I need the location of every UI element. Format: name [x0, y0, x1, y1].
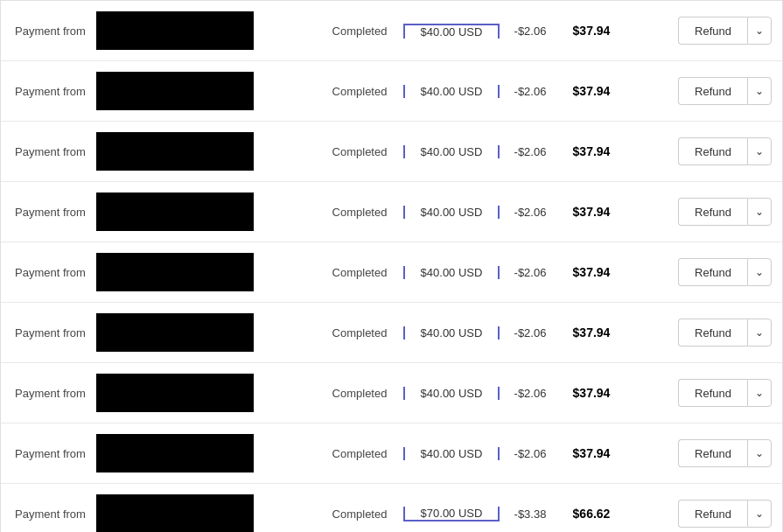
refund-button[interactable]: Refund	[678, 318, 747, 346]
fee-cell: -$2.06	[500, 387, 561, 400]
description-cell: Payment from	[1, 484, 316, 532]
fee-cell: -$2.06	[500, 85, 561, 98]
table-row: Payment from Completed $40.00 USD -$2.06…	[1, 363, 782, 424]
amount-cell: $40.00 USD	[403, 85, 500, 98]
payment-label: Payment from	[15, 508, 86, 521]
payment-label: Payment from	[15, 145, 86, 158]
net-cell: $37.94	[561, 446, 622, 460]
table-row: Payment from Completed $40.00 USD -$2.06…	[1, 182, 782, 242]
payment-label: Payment from	[15, 326, 86, 340]
description-cell: Payment from	[1, 363, 316, 423]
chevron-down-icon[interactable]: ⌄	[747, 258, 772, 286]
fee-cell: -$2.06	[500, 206, 561, 219]
fee-value: -$2.06	[514, 206, 547, 219]
refund-button[interactable]: Refund	[678, 379, 747, 407]
amount-cell: $40.00 USD	[403, 24, 500, 38]
description-cell: Payment from	[1, 122, 316, 181]
net-cell: $37.94	[561, 265, 622, 279]
net-cell: $37.94	[561, 144, 622, 158]
refund-button[interactable]: Refund	[678, 17, 747, 45]
net-value: $37.94	[573, 84, 611, 98]
fee-value: -$2.06	[514, 266, 547, 279]
amount-cell: $40.00 USD	[403, 387, 500, 400]
amount-cell: $40.00 USD	[403, 326, 500, 340]
amount-cell: $40.00 USD	[403, 145, 500, 158]
table-row: Payment from Completed $70.00 USD -$3.38…	[1, 484, 782, 532]
table-row: Payment from Completed $40.00 USD -$2.06…	[1, 303, 782, 363]
table-row: Payment from Completed $40.00 USD -$2.06…	[1, 122, 782, 182]
refund-button[interactable]: Refund	[678, 137, 747, 165]
status-cell: Completed	[316, 508, 403, 521]
action-cell: Refund ⌄	[622, 77, 782, 105]
chevron-down-icon[interactable]: ⌄	[747, 439, 772, 467]
action-cell: Refund ⌄	[622, 137, 782, 165]
redacted-info	[96, 434, 254, 472]
net-cell: $37.94	[561, 24, 622, 38]
status-cell: Completed	[316, 447, 403, 460]
amount-cell: $40.00 USD	[403, 266, 500, 279]
chevron-down-icon[interactable]: ⌄	[747, 379, 772, 407]
amount-cell: $70.00 USD	[403, 507, 500, 522]
fee-cell: -$2.06	[500, 326, 561, 340]
status-badge: Completed	[332, 508, 388, 521]
payment-label: Payment from	[15, 447, 86, 460]
refund-button[interactable]: Refund	[678, 439, 747, 467]
chevron-down-icon[interactable]: ⌄	[747, 77, 772, 105]
refund-button[interactable]: Refund	[678, 198, 747, 226]
refund-button[interactable]: Refund	[678, 258, 747, 286]
status-cell: Completed	[316, 387, 403, 400]
action-cell: Refund ⌄	[622, 379, 782, 407]
action-cell: Refund ⌄	[622, 318, 782, 346]
amount-value: $40.00 USD	[421, 326, 483, 340]
status-cell: Completed	[316, 206, 403, 219]
net-value: $37.94	[573, 446, 611, 460]
chevron-down-icon[interactable]: ⌄	[747, 198, 772, 226]
amount-value: $40.00 USD	[421, 145, 483, 158]
redacted-info	[96, 11, 254, 50]
action-cell: Refund ⌄	[622, 17, 782, 45]
redacted-info	[96, 313, 254, 352]
refund-button[interactable]: Refund	[678, 77, 747, 105]
amount-value: $40.00 USD	[421, 387, 483, 400]
amount-value: $70.00 USD	[421, 507, 483, 520]
description-cell: Payment from	[1, 182, 316, 242]
payment-label: Payment from	[15, 266, 86, 279]
status-badge: Completed	[332, 24, 388, 38]
net-value: $37.94	[573, 326, 611, 340]
status-badge: Completed	[332, 387, 388, 400]
fee-cell: -$3.38	[500, 508, 561, 521]
table-row: Payment from Completed $40.00 USD -$2.06…	[1, 61, 782, 122]
redacted-info	[96, 494, 254, 532]
status-badge: Completed	[332, 145, 388, 158]
payment-label: Payment from	[15, 387, 86, 400]
net-cell: $37.94	[561, 386, 622, 400]
amount-value: $40.00 USD	[421, 266, 483, 279]
redacted-info	[96, 132, 254, 171]
fee-value: -$2.06	[514, 24, 547, 38]
action-cell: Refund ⌄	[622, 439, 782, 467]
table-row: Payment from Completed $40.00 USD -$2.06…	[1, 1, 782, 61]
status-cell: Completed	[316, 24, 403, 38]
net-value: $37.94	[573, 205, 611, 219]
net-value: $37.94	[573, 24, 611, 38]
chevron-down-icon[interactable]: ⌄	[747, 500, 772, 528]
net-value: $37.94	[573, 265, 611, 279]
redacted-info	[96, 253, 254, 291]
net-value: $66.62	[573, 507, 611, 521]
action-cell: Refund ⌄	[622, 198, 782, 226]
fee-value: -$2.06	[514, 387, 547, 400]
chevron-down-icon[interactable]: ⌄	[747, 137, 772, 165]
chevron-down-icon[interactable]: ⌄	[747, 318, 772, 346]
chevron-down-icon[interactable]: ⌄	[747, 17, 772, 45]
refund-button[interactable]: Refund	[678, 500, 747, 528]
status-badge: Completed	[332, 326, 388, 340]
payment-label: Payment from	[15, 206, 86, 219]
table-row: Payment from Completed $40.00 USD -$2.06…	[1, 242, 782, 303]
net-cell: $37.94	[561, 205, 622, 219]
status-cell: Completed	[316, 85, 403, 98]
net-value: $37.94	[573, 144, 611, 158]
amount-cell: $40.00 USD	[403, 447, 500, 460]
fee-value: -$2.06	[514, 447, 547, 460]
fee-cell: -$2.06	[500, 266, 561, 279]
status-badge: Completed	[332, 85, 388, 98]
